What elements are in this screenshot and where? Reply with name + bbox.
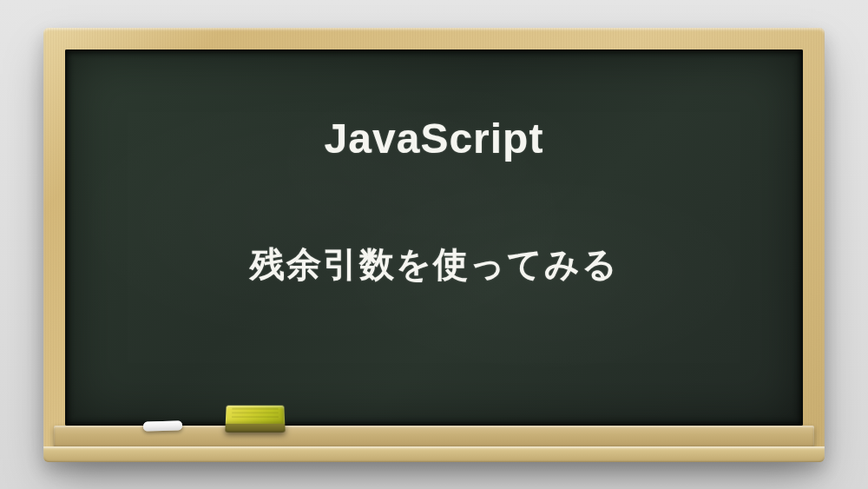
- board-title: JavaScript: [325, 115, 544, 162]
- chalk-tray: [43, 426, 825, 462]
- tray-lip: [43, 446, 825, 462]
- chalkboard-frame: JavaScript 残余引数を使ってみる: [43, 28, 825, 462]
- board-subtitle: 残余引数を使ってみる: [250, 241, 619, 288]
- eraser-icon: [225, 405, 285, 432]
- chalkboard: JavaScript 残余引数を使ってみる: [65, 50, 803, 426]
- chalk-icon: [143, 420, 182, 432]
